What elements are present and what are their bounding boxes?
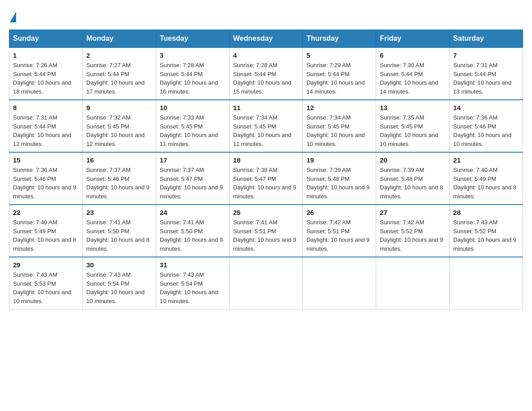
calendar-cell <box>229 257 303 309</box>
day-number: 18 <box>233 156 299 164</box>
page-header <box>9 9 523 21</box>
day-number: 15 <box>13 156 79 164</box>
day-number: 16 <box>86 156 152 164</box>
day-info: Sunrise: 7:28 AM Sunset: 5:44 PM Dayligh… <box>233 61 299 96</box>
week-row-4: 22 Sunrise: 7:40 AM Sunset: 5:49 PM Dayl… <box>9 205 523 257</box>
col-header-wednesday: Wednesday <box>229 30 303 48</box>
calendar-cell: 5 Sunrise: 7:29 AM Sunset: 5:44 PM Dayli… <box>303 47 376 100</box>
day-number: 14 <box>453 104 519 111</box>
day-info: Sunrise: 7:42 AM Sunset: 5:51 PM Dayligh… <box>306 218 372 253</box>
calendar-cell: 4 Sunrise: 7:28 AM Sunset: 5:44 PM Dayli… <box>229 47 303 100</box>
calendar-cell <box>303 257 376 309</box>
day-number: 3 <box>160 51 226 59</box>
calendar-cell: 20 Sunrise: 7:39 AM Sunset: 5:48 PM Dayl… <box>376 152 450 205</box>
day-number: 23 <box>86 209 152 216</box>
calendar-cell: 11 Sunrise: 7:34 AM Sunset: 5:45 PM Dayl… <box>229 100 303 152</box>
day-number: 29 <box>13 261 79 269</box>
day-info: Sunrise: 7:42 AM Sunset: 5:52 PM Dayligh… <box>380 218 446 253</box>
col-header-sunday: Sunday <box>9 30 83 48</box>
day-info: Sunrise: 7:30 AM Sunset: 5:44 PM Dayligh… <box>380 61 446 96</box>
day-number: 5 <box>306 51 372 59</box>
day-number: 22 <box>13 209 79 216</box>
day-info: Sunrise: 7:35 AM Sunset: 5:45 PM Dayligh… <box>380 113 446 148</box>
week-row-2: 8 Sunrise: 7:31 AM Sunset: 5:44 PM Dayli… <box>9 100 523 152</box>
day-info: Sunrise: 7:27 AM Sunset: 5:44 PM Dayligh… <box>86 61 152 96</box>
day-info: Sunrise: 7:31 AM Sunset: 5:44 PM Dayligh… <box>453 61 519 96</box>
calendar-cell: 14 Sunrise: 7:36 AM Sunset: 5:46 PM Dayl… <box>450 100 523 152</box>
col-header-tuesday: Tuesday <box>156 30 229 48</box>
calendar-cell: 19 Sunrise: 7:39 AM Sunset: 5:48 PM Dayl… <box>303 152 376 205</box>
day-number: 30 <box>86 261 152 269</box>
day-info: Sunrise: 7:29 AM Sunset: 5:44 PM Dayligh… <box>306 61 372 96</box>
day-number: 25 <box>233 209 299 216</box>
day-info: Sunrise: 7:37 AM Sunset: 5:46 PM Dayligh… <box>86 166 152 201</box>
day-number: 1 <box>13 51 79 59</box>
col-header-monday: Monday <box>82 30 156 48</box>
calendar-cell: 13 Sunrise: 7:35 AM Sunset: 5:45 PM Dayl… <box>376 100 450 152</box>
day-number: 2 <box>86 51 152 59</box>
day-info: Sunrise: 7:43 AM Sunset: 5:54 PM Dayligh… <box>160 270 226 305</box>
day-number: 7 <box>453 51 519 59</box>
day-number: 31 <box>160 261 226 269</box>
day-info: Sunrise: 7:26 AM Sunset: 5:44 PM Dayligh… <box>13 61 79 96</box>
day-number: 8 <box>13 104 79 111</box>
calendar-cell: 17 Sunrise: 7:37 AM Sunset: 5:47 PM Dayl… <box>156 152 229 205</box>
calendar-cell: 3 Sunrise: 7:28 AM Sunset: 5:44 PM Dayli… <box>156 47 229 100</box>
day-number: 24 <box>160 209 226 216</box>
calendar-cell <box>450 257 523 309</box>
day-number: 21 <box>453 156 519 164</box>
calendar-cell: 28 Sunrise: 7:43 AM Sunset: 5:52 PM Dayl… <box>450 205 523 257</box>
day-info: Sunrise: 7:32 AM Sunset: 5:45 PM Dayligh… <box>86 113 152 148</box>
day-info: Sunrise: 7:34 AM Sunset: 5:45 PM Dayligh… <box>306 113 372 148</box>
calendar-cell: 23 Sunrise: 7:41 AM Sunset: 5:50 PM Dayl… <box>82 205 156 257</box>
day-info: Sunrise: 7:37 AM Sunset: 5:47 PM Dayligh… <box>160 166 226 201</box>
day-number: 19 <box>306 156 372 164</box>
day-info: Sunrise: 7:41 AM Sunset: 5:50 PM Dayligh… <box>86 218 152 253</box>
day-number: 6 <box>380 51 446 59</box>
calendar-cell: 2 Sunrise: 7:27 AM Sunset: 5:44 PM Dayli… <box>82 47 156 100</box>
day-number: 11 <box>233 104 299 111</box>
day-info: Sunrise: 7:38 AM Sunset: 5:47 PM Dayligh… <box>233 166 299 201</box>
calendar-cell: 29 Sunrise: 7:43 AM Sunset: 5:53 PM Dayl… <box>9 257 83 309</box>
calendar-cell: 18 Sunrise: 7:38 AM Sunset: 5:47 PM Dayl… <box>229 152 303 205</box>
calendar-cell: 22 Sunrise: 7:40 AM Sunset: 5:49 PM Dayl… <box>9 205 83 257</box>
day-info: Sunrise: 7:43 AM Sunset: 5:52 PM Dayligh… <box>453 218 519 253</box>
calendar-cell: 10 Sunrise: 7:33 AM Sunset: 5:45 PM Dayl… <box>156 100 229 152</box>
day-info: Sunrise: 7:43 AM Sunset: 5:54 PM Dayligh… <box>86 270 152 305</box>
day-info: Sunrise: 7:43 AM Sunset: 5:53 PM Dayligh… <box>13 270 79 305</box>
calendar-cell: 12 Sunrise: 7:34 AM Sunset: 5:45 PM Dayl… <box>303 100 376 152</box>
day-info: Sunrise: 7:39 AM Sunset: 5:48 PM Dayligh… <box>380 166 446 201</box>
day-info: Sunrise: 7:39 AM Sunset: 5:48 PM Dayligh… <box>306 166 372 201</box>
calendar-cell: 9 Sunrise: 7:32 AM Sunset: 5:45 PM Dayli… <box>82 100 156 152</box>
calendar-cell <box>376 257 450 309</box>
col-header-thursday: Thursday <box>303 30 376 48</box>
logo <box>9 9 16 21</box>
day-number: 28 <box>453 209 519 216</box>
day-number: 10 <box>160 104 226 111</box>
calendar-cell: 31 Sunrise: 7:43 AM Sunset: 5:54 PM Dayl… <box>156 257 229 309</box>
calendar-cell: 1 Sunrise: 7:26 AM Sunset: 5:44 PM Dayli… <box>9 47 83 100</box>
calendar-cell: 6 Sunrise: 7:30 AM Sunset: 5:44 PM Dayli… <box>376 47 450 100</box>
calendar-cell: 15 Sunrise: 7:36 AM Sunset: 5:46 PM Dayl… <box>9 152 83 205</box>
day-number: 20 <box>380 156 446 164</box>
calendar-cell: 30 Sunrise: 7:43 AM Sunset: 5:54 PM Dayl… <box>82 257 156 309</box>
week-row-1: 1 Sunrise: 7:26 AM Sunset: 5:44 PM Dayli… <box>9 47 523 100</box>
day-info: Sunrise: 7:41 AM Sunset: 5:51 PM Dayligh… <box>233 218 299 253</box>
day-number: 17 <box>160 156 226 164</box>
day-number: 12 <box>306 104 372 111</box>
day-info: Sunrise: 7:34 AM Sunset: 5:45 PM Dayligh… <box>233 113 299 148</box>
day-info: Sunrise: 7:28 AM Sunset: 5:44 PM Dayligh… <box>160 61 226 96</box>
day-info: Sunrise: 7:40 AM Sunset: 5:49 PM Dayligh… <box>13 218 79 253</box>
logo-triangle-icon <box>10 12 16 22</box>
day-info: Sunrise: 7:40 AM Sunset: 5:49 PM Dayligh… <box>453 166 519 201</box>
calendar-cell: 21 Sunrise: 7:40 AM Sunset: 5:49 PM Dayl… <box>450 152 523 205</box>
day-number: 27 <box>380 209 446 216</box>
day-info: Sunrise: 7:36 AM Sunset: 5:46 PM Dayligh… <box>453 113 519 148</box>
calendar-header: SundayMondayTuesdayWednesdayThursdayFrid… <box>9 30 523 48</box>
calendar-cell: 16 Sunrise: 7:37 AM Sunset: 5:46 PM Dayl… <box>82 152 156 205</box>
col-header-saturday: Saturday <box>450 30 523 48</box>
day-number: 9 <box>86 104 152 111</box>
day-info: Sunrise: 7:41 AM Sunset: 5:50 PM Dayligh… <box>160 218 226 253</box>
day-number: 26 <box>306 209 372 216</box>
calendar-cell: 27 Sunrise: 7:42 AM Sunset: 5:52 PM Dayl… <box>376 205 450 257</box>
